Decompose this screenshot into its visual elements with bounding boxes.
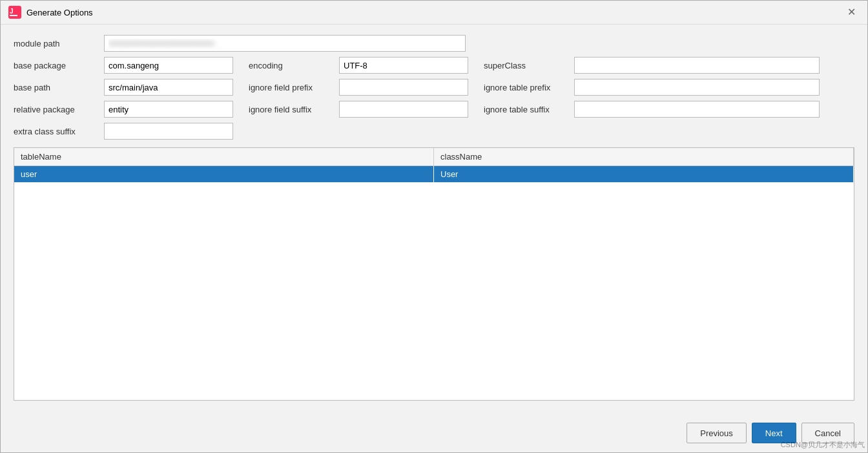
base-package-input[interactable] bbox=[104, 57, 233, 74]
extra-class-suffix-input[interactable] bbox=[104, 123, 233, 140]
close-button[interactable]: ✕ bbox=[843, 6, 860, 19]
relative-package-row: relative package ignore field suffix ign… bbox=[14, 101, 854, 118]
dialog-window: J Generate Options ✕ module path base pa… bbox=[0, 0, 868, 453]
extra-class-suffix-label: extra class suffix bbox=[14, 127, 104, 136]
encoding-label: encoding bbox=[249, 61, 339, 70]
table-cell-tablename: user bbox=[14, 166, 434, 182]
table-wrapper: tableName className user User bbox=[14, 147, 854, 401]
previous-button[interactable]: Previous bbox=[687, 423, 747, 443]
ignore-table-prefix-input[interactable] bbox=[574, 79, 820, 96]
extra-class-suffix-row: extra class suffix bbox=[14, 123, 854, 140]
window-title: Generate Options bbox=[26, 8, 838, 17]
ignore-field-suffix-label: ignore field suffix bbox=[249, 105, 339, 114]
svg-text:J: J bbox=[10, 8, 14, 15]
watermark: CSDN@贝几才不是小海气 bbox=[781, 440, 865, 450]
base-path-row: base path ignore field prefix ignore tab… bbox=[14, 79, 854, 96]
table-cell-classname: User bbox=[434, 166, 854, 182]
ignore-table-prefix-label: ignore table prefix bbox=[484, 83, 574, 92]
ignore-field-prefix-label: ignore field prefix bbox=[249, 83, 339, 92]
svg-rect-1 bbox=[10, 15, 17, 16]
base-path-label: base path bbox=[14, 83, 104, 92]
base-path-input[interactable] bbox=[104, 79, 233, 96]
table-header: tableName className bbox=[14, 148, 854, 166]
table-row[interactable]: user User bbox=[14, 166, 854, 182]
superclass-label: superClass bbox=[484, 61, 574, 70]
base-package-row: base package encoding superClass bbox=[14, 57, 854, 74]
module-path-input[interactable] bbox=[104, 35, 466, 52]
titlebar: J Generate Options ✕ bbox=[1, 1, 867, 25]
form-section: module path base package encoding superC… bbox=[14, 35, 854, 140]
relative-package-input[interactable] bbox=[104, 101, 233, 118]
module-path-label: module path bbox=[14, 39, 104, 48]
table-body: user User bbox=[14, 166, 854, 182]
col-tablename-header: tableName bbox=[14, 148, 434, 165]
ignore-table-suffix-label: ignore table suffix bbox=[484, 105, 574, 114]
col-classname-header: className bbox=[434, 148, 854, 165]
relative-package-label: relative package bbox=[14, 105, 104, 114]
encoding-input[interactable] bbox=[339, 57, 468, 74]
idea-icon: J bbox=[8, 6, 21, 19]
superclass-input[interactable] bbox=[574, 57, 820, 74]
ignore-field-suffix-input[interactable] bbox=[339, 101, 468, 118]
ignore-table-suffix-input[interactable] bbox=[574, 101, 820, 118]
footer: Previous Next Cancel bbox=[1, 416, 867, 452]
base-package-label: base package bbox=[14, 61, 104, 70]
ignore-field-prefix-input[interactable] bbox=[339, 79, 468, 96]
dialog-content: module path base package encoding superC… bbox=[1, 25, 867, 416]
module-path-row: module path bbox=[14, 35, 854, 52]
